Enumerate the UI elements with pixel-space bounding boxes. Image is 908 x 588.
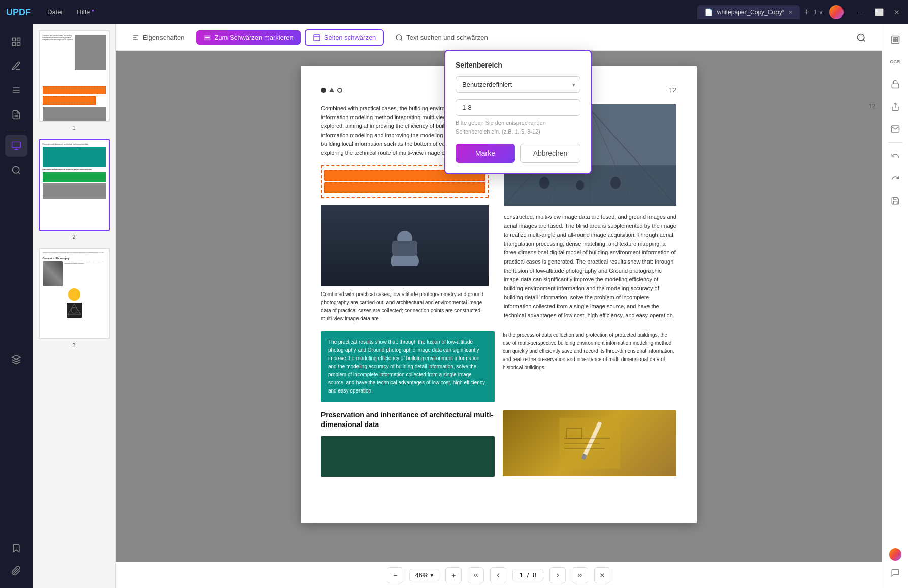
menu-bar: Datei Hilfe ● (41, 6, 697, 18)
nav-last-button[interactable] (572, 567, 588, 583)
toolbar-right (849, 29, 873, 46)
svg-point-8 (71, 307, 77, 313)
popup-select[interactable]: Benutzerdefiniert Alle Seiten Aktuelle S… (456, 76, 580, 93)
svg-rect-41 (895, 38, 897, 39)
right-sidebar-comment[interactable] (886, 564, 904, 582)
nav-next-icon (554, 572, 561, 579)
svg-point-5 (13, 167, 19, 173)
sidebar-item-pages[interactable] (5, 79, 27, 102)
properties-icon (132, 34, 140, 42)
heritage-text: In the process of data collection and pr… (503, 331, 676, 372)
icon-black (321, 88, 326, 93)
hilfe-dot: ● (92, 8, 94, 13)
thumbnail-item-3[interactable]: The specific point of the image may be e… (37, 248, 111, 348)
sidebar-item-edit[interactable] (5, 55, 27, 77)
popup-select-wrapper: Benutzerdefiniert Alle Seiten Aktuelle S… (456, 76, 580, 93)
version-label: 1 ∨ (814, 9, 823, 16)
sidebar-divider-1 (7, 130, 25, 130)
sidebar-item-layers[interactable] (5, 348, 27, 371)
sidebar-item-search[interactable] (5, 159, 27, 181)
menu-hilfe[interactable]: Hilfe ● (71, 6, 100, 18)
person-silhouette (384, 225, 425, 266)
sidebar-bottom-items (5, 537, 27, 582)
maximize-button[interactable]: ⬜ (873, 7, 886, 17)
redact-pages-button[interactable]: Seiten schwärzen (305, 29, 384, 46)
close-icon (599, 572, 606, 579)
bottom-section: The practical results show that: through… (321, 331, 676, 402)
redact-box-2[interactable] (324, 182, 485, 193)
minimize-button[interactable]: — (856, 7, 867, 17)
svg-marker-6 (12, 355, 21, 359)
pages-icon (313, 34, 321, 42)
page-range-input[interactable] (456, 99, 580, 116)
svg-point-15 (396, 35, 402, 40)
user-avatar[interactable] (829, 5, 844, 19)
svg-rect-42 (893, 40, 894, 42)
doc-text-right: constructed, multi-view image data are f… (504, 213, 676, 320)
svg-rect-1 (17, 38, 20, 41)
nav-last-icon (576, 572, 583, 579)
search-button[interactable] (849, 29, 873, 46)
zoom-dropdown-icon: ▾ (430, 571, 434, 579)
tab-pdf-icon: 📄 (704, 8, 713, 16)
svg-rect-0 (13, 38, 16, 41)
svg-point-29 (610, 177, 621, 189)
page-number-top: 12 (669, 86, 676, 94)
right-sidebar-bottom (886, 545, 904, 582)
properties-button[interactable]: Eigenschaften (124, 30, 192, 45)
close-window-button[interactable]: ✕ (892, 7, 902, 17)
svg-rect-19 (392, 241, 417, 256)
right-sidebar-brand[interactable] (886, 545, 904, 564)
heritage-heading: Preservation and inheritance of architec… (321, 410, 495, 430)
nav-first-button[interactable] (468, 567, 484, 583)
sidebar-item-notes[interactable] (5, 104, 27, 126)
heritage-section: In the process of data collection and pr… (503, 331, 676, 402)
thumbnail-num-2: 2 (72, 234, 75, 240)
menu-datei[interactable]: Datei (41, 6, 69, 18)
thumbnail-img-1: Combined with practical cases, the build… (39, 30, 110, 122)
titlebar-right: 1 ∨ — ⬜ ✕ (814, 5, 902, 19)
sidebar-item-bookmark[interactable] (5, 537, 27, 560)
popup-hint: Bitte geben Sie den entsprechenden Seite… (456, 119, 580, 136)
mark-button[interactable]: Marke (456, 144, 515, 163)
right-sidebar-save[interactable] (886, 191, 904, 210)
nav-prev-button[interactable] (490, 567, 506, 583)
sidebar-item-view[interactable] (5, 30, 27, 53)
zoom-out-button[interactable]: − (387, 567, 403, 583)
document-tab[interactable]: 📄 whitepaper_Copy_Copy* ✕ (697, 5, 800, 19)
cancel-button[interactable]: Abbrechen (520, 144, 580, 163)
sidebar-item-attach[interactable] (5, 560, 27, 582)
thumbnail-num-1: 1 (72, 125, 75, 131)
find-icon (395, 34, 403, 42)
right-sidebar-thumbnail[interactable] (886, 30, 904, 49)
popup-title: Seitenbereich (456, 61, 580, 69)
thumbnail-item-1[interactable]: Combined with practical cases, the build… (37, 30, 111, 131)
window-controls: — ⬜ ✕ (856, 7, 902, 17)
find-redact-button[interactable]: Text suchen und schwärzen (388, 30, 495, 45)
search-icon (856, 32, 866, 43)
right-sidebar-undo[interactable] (886, 147, 904, 165)
heritage-heading-section: Preservation and inheritance of architec… (321, 410, 495, 477)
green-block (321, 436, 495, 477)
right-sidebar-redo[interactable] (886, 169, 904, 187)
right-sidebar-lock[interactable] (886, 75, 904, 93)
mark-redact-button[interactable]: Zum Schwärzen markieren (196, 30, 300, 45)
close-redact-button[interactable] (594, 567, 610, 583)
svg-rect-44 (892, 84, 899, 88)
nav-next-button[interactable] (549, 567, 566, 583)
thumbnail-img-3: The specific point of the image may be e… (39, 248, 110, 339)
tab-close-button[interactable]: ✕ (788, 9, 793, 16)
zoom-in-button[interactable]: + (445, 567, 462, 583)
teal-section: The practical results show that: through… (321, 331, 495, 402)
page-icons (321, 88, 342, 93)
right-sidebar-share[interactable] (886, 97, 904, 116)
svg-rect-43 (895, 40, 897, 42)
right-sidebar-ocr[interactable]: OCR (886, 53, 904, 71)
add-tab-button[interactable]: + (800, 7, 814, 18)
svg-point-28 (576, 180, 584, 190)
right-sidebar-mail[interactable] (886, 120, 904, 138)
svg-rect-3 (17, 43, 20, 46)
sidebar-item-redact[interactable] (5, 135, 27, 157)
zoom-display[interactable]: 46% ▾ (409, 569, 439, 581)
thumbnail-item-2[interactable]: Preservation and inheritance of architec… (37, 139, 111, 240)
